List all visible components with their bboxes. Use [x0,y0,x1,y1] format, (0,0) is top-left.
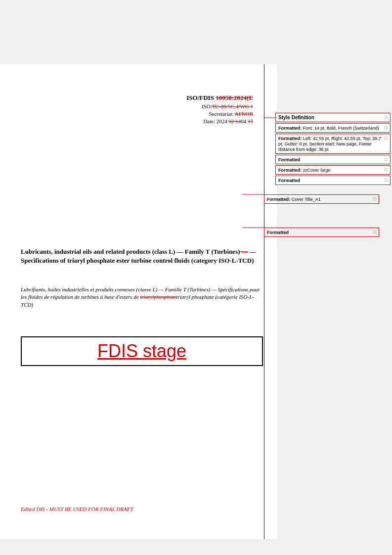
secretariat-line: Secretariat: AFNOR [21,111,253,117]
formatted-zzcover-content: zzCover large [303,168,331,173]
tc-number: TC-28/SC, [212,103,236,109]
formatted-simple-1-label: Formatted [278,157,300,162]
date-line: Date: 2024 02 1404 15 [21,118,253,124]
sidebar-style-definition-box: □ Style Definition [275,113,391,122]
date-alt: 15 [248,118,253,124]
formatted-font-label: Formatted: [278,126,302,131]
sidebar-formatted-french-box: □ Formatted [264,228,379,237]
cover-title-content: Cover Title_A1 [292,197,321,202]
sidebar-close-icon-5[interactable]: □ [385,167,388,172]
sidebar-formatting-panel: □ Style Definition □ Formatted: Font: 14… [275,113,391,186]
sidebar-formatted-simple-1-box: □ Formatted [275,155,391,164]
formatted-simple-2-label: Formatted [278,178,300,183]
fdis-stage-box: FDIS stage [21,336,263,366]
iso-year: 2024(E [234,94,253,101]
iso-number-line: ISO/FDIS 10050:2024(E [21,94,253,102]
document-header: ISO/FDIS 10050:2024(E ISO/TC-28/SC,4/WG … [21,94,253,124]
sidebar-close-icon-7[interactable]: □ [374,196,376,201]
secretariat-value: AFNOR [235,111,253,117]
bottom-notice: Edited DIS - MUST BE USED FOR FINAL DRAF… [21,506,133,512]
french-title-annotation: □ Formatted [264,228,379,238]
wg-number: 4/WG 1 [236,103,253,109]
sidebar-close-icon-3[interactable]: □ [385,136,388,140]
sidebar-close-icon-4[interactable]: □ [385,157,388,162]
fdis-stage-text: FDIS stage [97,341,186,362]
sidebar-formatted-font-box: □ Formatted: Font: 14 pt, Bold, French (… [275,123,391,133]
sidebar-cover-title-box: □ Formatted: Cover Title_A1 [264,194,379,204]
cover-title-annotation: □ Formatted: Cover Title_A1 [264,194,379,205]
sidebar-formatted-zzcover-box: □ Formatted: zzCover large [275,165,391,175]
sidebar-close-icon-6[interactable]: □ [385,178,388,183]
cover-title-label: Formatted: [267,197,290,202]
formatted-font-content: Font: 14 pt, Bold, French (Switzerland) [303,126,379,131]
french-after: triaryl phosphate [176,294,214,300]
formatted-zzcover-label: Formatted: [278,168,302,173]
french-strikethrough: triarylphosphate [140,294,176,300]
formatted-french-label: Formatted [267,230,289,235]
formatted-margins-label: Formatted: [278,136,302,141]
main-title: Lubricants, industrial oils and related … [21,247,263,265]
iso-number: 10050: [216,94,234,101]
sidebar-close-icon-2[interactable]: □ [385,125,388,130]
sidebar-close-icon[interactable]: □ [385,115,388,120]
sidebar-formatted-margins-box: □ Formatted: Left: 42.55 pt, Right: 42.5… [275,134,391,154]
style-definition-label: Style Definition [278,115,314,120]
iso-prefix: ISO/FDIS [186,94,216,101]
sidebar-close-icon-8[interactable]: □ [374,230,376,234]
date-old: 02 14 [229,118,241,124]
document-content-area: ISO/FDIS 10050:2024(E ISO/TC-28/SC,4/WG … [0,64,277,539]
french-title: Lubrifiants, huiles industrielles et pro… [21,286,263,309]
tc-line: ISO/TC-28/SC,4/WG 1 [21,103,253,109]
sidebar-formatted-simple-2-box: □ Formatted [275,176,391,185]
